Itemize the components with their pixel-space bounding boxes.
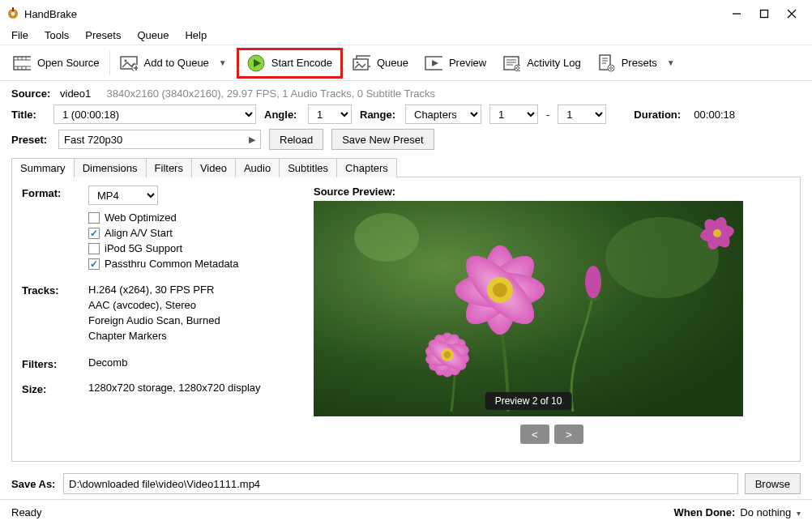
save-as-label: Save As:	[11, 478, 57, 490]
duration-label: Duration:	[634, 109, 686, 121]
window-titlebar: HandBrake	[0, 0, 812, 26]
minimize-button[interactable]	[723, 4, 750, 23]
chevron-down-icon: ▾	[794, 509, 801, 518]
title-label: Title:	[11, 109, 45, 121]
when-done-select[interactable]: Do nothing ▾	[740, 506, 801, 518]
svg-rect-2	[12, 7, 14, 11]
status-text: Ready	[11, 506, 42, 518]
ipod-checkbox[interactable]: iPod 5G Support	[88, 241, 238, 256]
add-to-queue-button[interactable]: Add to Queue ▼	[112, 48, 235, 79]
document-gear-icon	[597, 54, 615, 72]
source-preview-image: Preview 2 of 10	[314, 201, 743, 416]
activity-log-label: Activity Log	[527, 57, 580, 69]
menu-queue[interactable]: Queue	[129, 28, 177, 43]
svg-point-65	[444, 352, 451, 359]
menu-file[interactable]: File	[3, 28, 36, 43]
filters-label: Filters:	[22, 356, 88, 370]
browse-button[interactable]: Browse	[745, 473, 801, 494]
svg-rect-4	[761, 11, 768, 18]
activity-log-button[interactable]: Activity Log	[494, 48, 588, 79]
close-button[interactable]	[778, 4, 806, 23]
play-icon	[247, 54, 265, 72]
checkbox-icon	[88, 212, 100, 224]
status-bar: Ready When Done: Do nothing ▾	[0, 499, 812, 525]
svg-point-66	[585, 266, 601, 298]
reload-preset-button[interactable]: Reload	[269, 129, 323, 150]
web-optimized-checkbox[interactable]: Web Optimized	[88, 210, 238, 225]
svg-point-1	[11, 12, 15, 16]
start-encode-label: Start Encode	[271, 57, 332, 69]
range-label: Range:	[360, 109, 397, 121]
preview-counter-badge: Preview 2 of 10	[485, 392, 572, 410]
chevron-down-icon[interactable]: ▼	[667, 58, 675, 67]
passthru-checkbox[interactable]: Passthru Common Metadata	[88, 256, 238, 271]
range-mode-select[interactable]: Chapters	[405, 105, 481, 124]
web-optimized-label: Web Optimized	[105, 211, 177, 224]
tracks-values: H.264 (x264), 30 FPS PFR AAC (avcodec), …	[88, 283, 220, 343]
svg-point-25	[357, 61, 359, 63]
log-icon	[502, 54, 520, 72]
range-to-select[interactable]: 1	[558, 105, 606, 124]
tracks-label: Tracks:	[22, 283, 88, 343]
checkbox-icon	[88, 258, 100, 270]
tab-summary[interactable]: Summary	[11, 158, 75, 177]
source-label: Source:	[11, 87, 55, 100]
maximize-button[interactable]	[750, 4, 778, 23]
start-encode-button[interactable]: Start Encode	[237, 48, 343, 79]
tab-filters[interactable]: Filters	[146, 158, 192, 177]
svg-point-56	[493, 283, 507, 297]
preset-combo[interactable]: Fast 720p30 ▶	[58, 130, 261, 149]
title-select[interactable]: 1 (00:00:18)	[53, 105, 256, 124]
image-plus-icon	[120, 54, 138, 72]
presets-button[interactable]: Presets ▼	[589, 48, 683, 79]
when-done-label: When Done:	[674, 506, 736, 518]
tab-dimensions[interactable]: Dimensions	[74, 158, 147, 177]
tab-video[interactable]: Video	[191, 158, 236, 177]
size-value: 1280x720 storage, 1280x720 display	[88, 382, 261, 395]
duration-value: 00:00:18	[694, 109, 735, 121]
align-av-checkbox[interactable]: Align A/V Start	[88, 225, 238, 241]
menu-presets[interactable]: Presets	[77, 28, 129, 43]
chevron-right-icon: ▶	[249, 134, 255, 145]
save-new-preset-button[interactable]: Save New Preset	[331, 129, 434, 150]
source-name: video1	[60, 87, 91, 100]
svg-point-42	[608, 65, 614, 71]
queue-button[interactable]: Queue	[344, 48, 417, 79]
source-row: Source: video1 3840x2160 (3840x2160), 29…	[11, 87, 801, 100]
tab-audio[interactable]: Audio	[235, 158, 280, 177]
svg-point-45	[354, 213, 419, 262]
source-detail: 3840x2160 (3840x2160), 29.97 FPS, 1 Audi…	[107, 87, 435, 100]
tabs-strip: Summary Dimensions Filters Video Audio S…	[11, 158, 801, 177]
menu-tools[interactable]: Tools	[36, 28, 77, 43]
svg-marker-27	[432, 60, 438, 66]
angle-select[interactable]: 1	[308, 105, 352, 124]
filters-value: Decomb	[88, 356, 127, 370]
ipod-label: iPod 5G Support	[105, 242, 182, 254]
preview-prev-button[interactable]: <	[520, 424, 549, 444]
preset-value: Fast 720p30	[64, 134, 122, 146]
tab-panel-summary: Format: MP4 Web Optimized Align A/V Star…	[11, 177, 801, 462]
preview-button[interactable]: Preview	[417, 48, 494, 79]
tab-subtitles[interactable]: Subtitles	[279, 158, 337, 177]
handbrake-icon	[6, 7, 19, 20]
source-preview-label: Source Preview:	[314, 186, 790, 198]
preview-next-button[interactable]: >	[554, 424, 583, 444]
toolbar: Open Source Add to Queue ▼ Start Encode …	[0, 45, 812, 81]
format-label: Format:	[22, 186, 88, 271]
preset-label: Preset:	[11, 134, 50, 146]
queue-label: Queue	[377, 57, 408, 69]
open-source-button[interactable]: Open Source	[5, 48, 108, 79]
window-title: HandBrake	[24, 8, 77, 20]
menu-bar: File Tools Presets Queue Help	[0, 26, 812, 45]
range-from-select[interactable]: 1	[489, 105, 538, 124]
chevron-down-icon[interactable]: ▼	[219, 58, 227, 67]
svg-point-46	[605, 217, 719, 298]
toolbar-separator	[109, 51, 110, 75]
angle-label: Angle:	[264, 109, 300, 121]
format-select[interactable]: MP4	[88, 186, 158, 205]
tab-chapters[interactable]: Chapters	[336, 158, 397, 177]
save-as-input[interactable]	[63, 473, 738, 494]
menu-help[interactable]: Help	[177, 28, 215, 43]
images-stack-icon	[353, 54, 370, 72]
passthru-label: Passthru Common Metadata	[105, 258, 238, 270]
